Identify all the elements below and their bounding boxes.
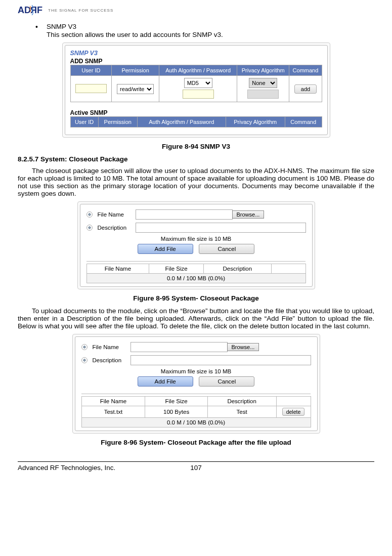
- file-name-input[interactable]: [136, 209, 233, 220]
- privacy-password-input[interactable]: [247, 90, 279, 99]
- section-paragraph: The closeout package section will allow …: [18, 167, 374, 197]
- col-userid: User ID: [70, 65, 112, 76]
- table-row: Test.txt 100 Bytes Test delete: [81, 406, 311, 418]
- description-input[interactable]: [136, 223, 306, 233]
- footer-page: 107: [137, 464, 255, 472]
- col-description: Description: [204, 264, 271, 274]
- permission-select[interactable]: read/write: [117, 84, 154, 94]
- usage-text: 0.0 M / 100 MB (0.0%): [86, 274, 306, 283]
- col-description: Description: [207, 397, 276, 406]
- col-privacy-2: Privacy Algorithm: [226, 117, 285, 127]
- col-file-size: File Size: [149, 264, 204, 274]
- col-auth-2: Auth Algorithm / Password: [137, 117, 226, 127]
- userid-input[interactable]: [75, 84, 107, 93]
- cancel-button[interactable]: Cancel: [199, 244, 254, 254]
- browse-button[interactable]: Browse...: [232, 210, 265, 219]
- col-permission-2: Permission: [98, 117, 137, 127]
- snmp-panel: SNMP V3 ADD SNMP User ID Permission Auth…: [62, 42, 330, 138]
- col-permission: Permission: [112, 65, 159, 76]
- radio-icon[interactable]: [81, 357, 88, 363]
- col-file-name: File Name: [86, 264, 149, 274]
- add-snmp-table: User ID Permission Auth Algorithm / Pass…: [70, 65, 322, 102]
- svg-text:R: R: [30, 5, 37, 15]
- description-label: Description: [98, 225, 136, 231]
- radio-icon[interactable]: [81, 344, 88, 350]
- radio-icon[interactable]: [86, 225, 93, 231]
- radio-icon[interactable]: [86, 211, 93, 218]
- snmp-panel-title: SNMP V3: [70, 50, 322, 57]
- add-button[interactable]: add: [294, 84, 317, 94]
- delete-button[interactable]: delete: [282, 408, 305, 416]
- col-action: [276, 397, 311, 406]
- bullet-body: This section allows the user to add acco…: [47, 31, 374, 38]
- adrf-logo: AD R F: [18, 5, 45, 15]
- file-list-table-filled: File Name File Size Description Test.txt…: [81, 394, 311, 418]
- closeout-panel-2: File Name Browse... Description Maximum …: [72, 334, 320, 434]
- figure-caption-2: Figure 8-95 System- Closeout Package: [18, 294, 374, 302]
- col-file-size: File Size: [145, 397, 207, 406]
- upload-paragraph: To upload documents to the module, click…: [18, 307, 374, 330]
- file-name-input[interactable]: [130, 342, 228, 352]
- figure-caption-1: Figure 8-94 SNMP V3: [18, 143, 374, 150]
- browse-button[interactable]: Browse...: [227, 343, 259, 351]
- add-snmp-label: ADD SNMP: [70, 58, 322, 65]
- cancel-button[interactable]: Cancel: [199, 376, 254, 387]
- logo-tagline: THE SIGNAL FOR SUCCESS: [48, 8, 113, 13]
- active-snmp-label: Active SNMP: [70, 109, 322, 116]
- closeout-panel-1: File Name Browse... Description Maximum …: [77, 201, 315, 289]
- add-file-button[interactable]: Add File: [138, 376, 193, 387]
- figure-caption-3: Figure 8-96 System- Closeout Package aft…: [18, 439, 374, 446]
- col-privacy: Privacy Algorithm: [237, 65, 289, 76]
- cell-description: Test: [207, 406, 276, 418]
- bullet-icon: •: [35, 23, 47, 31]
- col-action: [271, 264, 306, 274]
- auth-password-input[interactable]: [183, 90, 214, 99]
- description-input[interactable]: [130, 355, 311, 365]
- max-size-text: Maximum file size is 10 MB: [86, 236, 306, 242]
- file-list-table: File Name File Size Description: [86, 261, 306, 274]
- col-file-name: File Name: [81, 397, 145, 406]
- col-command: Command: [289, 65, 322, 76]
- section-heading: 8.2.5.7 System: Closeout Package: [18, 155, 374, 163]
- svg-text:AD: AD: [18, 5, 31, 15]
- svg-text:F: F: [37, 5, 42, 15]
- col-auth: Auth Algorithm / Password: [159, 65, 237, 76]
- snmp-bullet-block: • SNMP V3 This section allows the user t…: [35, 23, 374, 38]
- col-userid-2: User ID: [70, 117, 98, 127]
- add-file-button[interactable]: Add File: [138, 244, 193, 254]
- active-snmp-table: User ID Permission Auth Algorithm / Pass…: [70, 116, 322, 127]
- auth-select[interactable]: MD5: [184, 78, 212, 88]
- description-label: Description: [93, 357, 130, 363]
- cell-file-size: 100 Bytes: [145, 406, 207, 418]
- col-command-2: Command: [285, 117, 322, 127]
- cell-file-name: Test.txt: [81, 406, 145, 418]
- privacy-select[interactable]: None: [249, 78, 277, 88]
- footer-company: Advanced RF Technologies, Inc.: [18, 464, 137, 472]
- file-name-label: File Name: [98, 211, 136, 218]
- page-header: AD R F THE SIGNAL FOR SUCCESS: [18, 5, 374, 15]
- page-footer: Advanced RF Technologies, Inc. 107: [18, 461, 374, 472]
- bullet-title: SNMP V3: [47, 23, 76, 31]
- usage-text: 0.0 M / 100 MB (0.0%): [81, 418, 311, 427]
- file-name-label: File Name: [93, 344, 130, 350]
- max-size-text: Maximum file size is 10 MB: [81, 368, 311, 374]
